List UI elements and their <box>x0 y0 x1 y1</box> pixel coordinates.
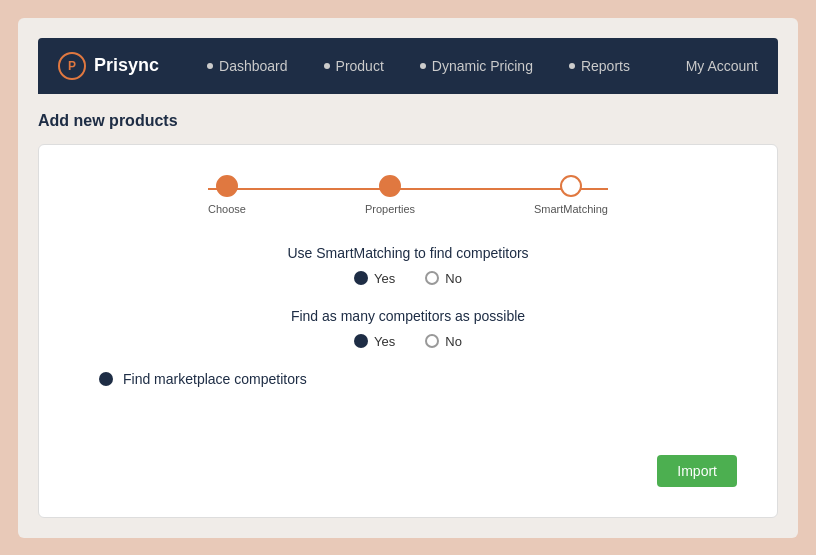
nav-item-dynamic-pricing[interactable]: Dynamic Pricing <box>402 38 551 94</box>
step-smartmatching: SmartMatching <box>534 175 608 215</box>
nav-item-dashboard[interactable]: Dashboard <box>189 38 306 94</box>
nav-dot-product <box>324 63 330 69</box>
question1-text: Use SmartMatching to find competitors <box>99 245 717 261</box>
question3-checkbox <box>99 372 113 386</box>
page-title: Add new products <box>38 112 778 130</box>
step-circle-choose <box>216 175 238 197</box>
step-choose: Choose <box>208 175 246 215</box>
question1-no-radio <box>425 271 439 285</box>
nav-item-reports[interactable]: Reports <box>551 38 648 94</box>
nav-dot-reports <box>569 63 575 69</box>
app-wrapper: P Prisync Dashboard Product Dynamic Pric… <box>18 18 798 538</box>
step-properties: Properties <box>365 175 415 215</box>
form-content: Use SmartMatching to find competitors Ye… <box>79 245 737 387</box>
question2-no[interactable]: No <box>425 334 462 349</box>
main-card: Choose Properties SmartMatching Use <box>38 144 778 518</box>
nav-label-reports: Reports <box>581 58 630 74</box>
question2-text: Find as many competitors as possible <box>99 308 717 324</box>
question3-label: Find marketplace competitors <box>123 371 307 387</box>
question1-yes[interactable]: Yes <box>354 271 395 286</box>
import-button[interactable]: Import <box>657 455 737 487</box>
question2-yes[interactable]: Yes <box>354 334 395 349</box>
question1-yes-radio <box>354 271 368 285</box>
step-label-properties: Properties <box>365 203 415 215</box>
question1-no[interactable]: No <box>425 271 462 286</box>
stepper-steps: Choose Properties SmartMatching <box>208 175 608 215</box>
nav-item-product[interactable]: Product <box>306 38 402 94</box>
question2-radio-group: Yes No <box>99 334 717 349</box>
page-content: Add new products Choose Properties <box>38 94 778 518</box>
question1-yes-label: Yes <box>374 271 395 286</box>
question2-yes-label: Yes <box>374 334 395 349</box>
question2-yes-radio <box>354 334 368 348</box>
my-account-link[interactable]: My Account <box>686 58 758 74</box>
nav-dot-dynamic-pricing <box>420 63 426 69</box>
step-label-smartmatching: SmartMatching <box>534 203 608 215</box>
nav-dot-dashboard <box>207 63 213 69</box>
import-row: Import <box>79 445 737 487</box>
stepper: Choose Properties SmartMatching <box>79 175 737 215</box>
logo-icon: P <box>58 52 86 80</box>
question2: Find as many competitors as possible Yes… <box>99 308 717 349</box>
question3[interactable]: Find marketplace competitors <box>99 371 717 387</box>
question1: Use SmartMatching to find competitors Ye… <box>99 245 717 286</box>
step-circle-properties <box>379 175 401 197</box>
question2-no-radio <box>425 334 439 348</box>
navbar: P Prisync Dashboard Product Dynamic Pric… <box>38 38 778 94</box>
step-label-choose: Choose <box>208 203 246 215</box>
nav-logo[interactable]: P Prisync <box>58 52 159 80</box>
nav-label-dashboard: Dashboard <box>219 58 288 74</box>
step-circle-smartmatching <box>560 175 582 197</box>
question1-no-label: No <box>445 271 462 286</box>
nav-label-dynamic-pricing: Dynamic Pricing <box>432 58 533 74</box>
question1-radio-group: Yes No <box>99 271 717 286</box>
question2-no-label: No <box>445 334 462 349</box>
nav-label-product: Product <box>336 58 384 74</box>
nav-items: Dashboard Product Dynamic Pricing Report… <box>189 38 686 94</box>
logo-text: Prisync <box>94 55 159 76</box>
